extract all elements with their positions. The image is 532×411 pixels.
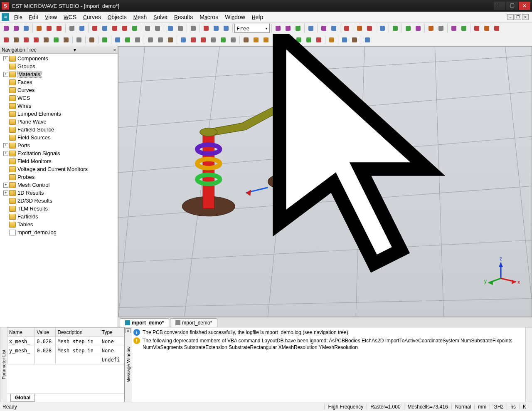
grid2-icon[interactable]	[251, 35, 261, 45]
sheet-icon[interactable]	[319, 24, 328, 33]
next-icon[interactable]	[482, 24, 491, 33]
menu-wcs[interactable]: WCS	[60, 12, 80, 22]
skip-fwd-icon[interactable]	[350, 35, 359, 45]
bar2-icon[interactable]	[459, 24, 468, 33]
param-row[interactable]: Undefi	[7, 355, 124, 364]
percent-icon[interactable]	[342, 24, 351, 33]
param-cell[interactable]: 0.028	[35, 337, 56, 346]
grid-icon[interactable]	[176, 24, 185, 33]
param-cell[interactable]	[35, 355, 56, 364]
tree-item-mesh-control[interactable]: +Mesh Control	[1, 181, 117, 189]
tree-item-faces[interactable]: Faces	[1, 78, 117, 86]
param-header[interactable]: Value	[35, 328, 56, 337]
param-header[interactable]: Type	[100, 328, 124, 337]
abc-icon[interactable]	[100, 35, 109, 45]
tree-item-wcs[interactable]: WCS	[1, 94, 117, 102]
tree-item-components[interactable]: +Components	[1, 54, 117, 62]
undo-icon[interactable]	[44, 24, 54, 33]
mdi-minimize-button[interactable]: –	[507, 14, 514, 20]
vee-icon[interactable]	[404, 24, 413, 33]
menu-window[interactable]: Window	[222, 12, 249, 22]
doc-tab-2[interactable]: mport_demo*	[170, 318, 217, 327]
axes-icon[interactable]	[166, 24, 175, 33]
param-cell[interactable]: Undefi	[100, 355, 124, 364]
tree-item-mport-demo-log[interactable]: mport_demo.log	[1, 228, 117, 236]
tree-item-voltage-and-current-monitors[interactable]: Voltage and Current Monitors	[1, 165, 117, 173]
curve2-icon[interactable]	[436, 24, 446, 33]
mdi-close-button[interactable]: ×	[522, 14, 529, 20]
expander-icon[interactable]: +	[3, 56, 8, 61]
fit-icon[interactable]	[143, 24, 152, 33]
open-icon[interactable]	[12, 24, 21, 33]
book2-icon[interactable]	[156, 35, 165, 45]
param-cell[interactable]: None	[100, 337, 124, 346]
torus-icon[interactable]	[42, 35, 51, 45]
pyramid-icon[interactable]	[32, 35, 41, 45]
menu-edit[interactable]: Edit	[25, 12, 42, 22]
pan-icon[interactable]	[110, 24, 119, 33]
mdi-restore-button[interactable]: ❐	[515, 14, 521, 20]
orbit-icon[interactable]	[100, 24, 109, 33]
doc-tab-1[interactable]: mport_demo*	[120, 318, 169, 327]
book-icon[interactable]	[146, 35, 155, 45]
tree-item-groups[interactable]: Groups	[1, 62, 117, 70]
tree-item-curves[interactable]: Curves	[1, 86, 117, 94]
brick-icon[interactable]	[2, 35, 11, 45]
cube3-icon[interactable]	[293, 24, 303, 33]
tree-item-farfields[interactable]: Farfields	[1, 213, 117, 220]
tree-item-lumped-elements[interactable]: Lumped Elements	[1, 110, 117, 118]
chart3-icon[interactable]	[133, 35, 142, 45]
expander-icon[interactable]: +	[3, 72, 8, 77]
e-icon[interactable]	[199, 35, 208, 45]
bar-icon[interactable]	[449, 24, 458, 33]
param-row[interactable]: x_mesh_0.028Mesh step inNone	[7, 337, 124, 346]
tree-item-1d-results[interactable]: +1D Results	[1, 189, 117, 197]
zoom-icon[interactable]	[120, 24, 129, 33]
menu-objects[interactable]: Objects	[104, 12, 130, 22]
message-scrollbar[interactable]	[525, 327, 532, 402]
circ1-icon[interactable]	[294, 35, 303, 45]
cone-icon[interactable]	[22, 35, 31, 45]
sheet2-icon[interactable]	[329, 24, 338, 33]
tree-item-probes[interactable]: Probes	[1, 173, 117, 181]
expander-icon[interactable]: +	[3, 143, 8, 148]
t-icon[interactable]	[179, 35, 188, 45]
tree-item-farfield-source[interactable]: Farfield Source	[1, 126, 117, 134]
param-row[interactable]: y_mesh_0.028Mesh step inNone	[7, 346, 124, 355]
circ2-icon[interactable]	[304, 35, 313, 45]
chart2-icon[interactable]	[123, 35, 132, 45]
extrude2-icon[interactable]	[62, 35, 71, 45]
tlm-icon[interactable]	[229, 35, 238, 45]
r-icon[interactable]	[209, 35, 218, 45]
diamond-icon[interactable]	[391, 24, 400, 33]
arrow-icon[interactable]	[166, 35, 175, 45]
circle-icon[interactable]	[378, 24, 387, 33]
chart-icon[interactable]	[113, 35, 122, 45]
rotate-icon[interactable]	[90, 24, 99, 33]
param-cell[interactable]: Mesh step in	[56, 337, 100, 346]
grid6-icon[interactable]	[363, 35, 372, 45]
param-cell[interactable]	[7, 355, 35, 364]
expander-icon[interactable]: +	[3, 191, 8, 196]
maximize-button[interactable]: ❐	[506, 2, 518, 10]
minimize-button[interactable]: —	[494, 2, 505, 10]
snap-mode-combo[interactable]: Free	[234, 24, 270, 33]
clock-icon[interactable]	[87, 35, 96, 45]
tree-item-tlm-results[interactable]: TLM Results	[1, 205, 117, 213]
menu-help[interactable]: Help	[249, 12, 266, 22]
menu-file[interactable]: File	[11, 12, 25, 22]
vee2-icon[interactable]	[414, 24, 423, 33]
param-cell[interactable]: None	[100, 346, 124, 355]
message-content[interactable]: iThe PCB conversion finished successfull…	[132, 327, 525, 402]
copy-icon[interactable]	[67, 24, 76, 33]
param-tab-global[interactable]: Global	[10, 394, 35, 402]
slash-icon[interactable]	[355, 24, 364, 33]
pick-icon[interactable]	[202, 24, 211, 33]
circ3-icon[interactable]	[314, 35, 323, 45]
menu-curves[interactable]: Curves	[80, 12, 104, 22]
msg-close-button[interactable]: ×	[126, 328, 131, 333]
pick2-icon[interactable]	[212, 24, 221, 33]
menu-view[interactable]: View	[42, 12, 60, 22]
sheet3-icon[interactable]	[74, 35, 84, 45]
zoom-window-icon[interactable]	[130, 24, 139, 33]
